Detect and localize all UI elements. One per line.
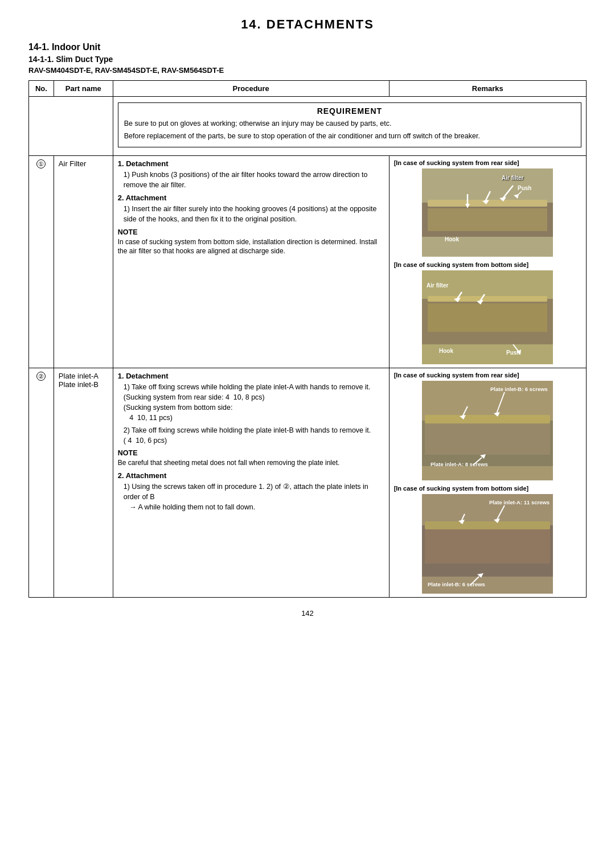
table-row: ① Air Filter 1. Detachment 1) Push knobs… <box>29 156 587 368</box>
page-title: 14. DETACHMENTS <box>28 17 587 32</box>
attachment-heading-2: 2. Attachment <box>118 471 384 480</box>
svg-rect-3 <box>428 208 547 231</box>
detachment-heading-1: 1. Detachment <box>118 159 384 168</box>
header-no: No. <box>29 81 54 97</box>
svg-text:Air filter: Air filter <box>502 175 523 181</box>
requirement-row: REQUIREMENT Be sure to put on gloves at … <box>29 97 587 156</box>
row-remarks-2: [In case of sucking system from rear sid… <box>389 368 586 598</box>
svg-rect-31 <box>425 423 550 455</box>
detachment-step-2-2: 2) Take off fixing screws while holding … <box>118 425 384 446</box>
bottom-label-2: [In case of sucking system from bottom s… <box>394 485 581 492</box>
main-table: No. Part name Procedure Remarks REQUIREM… <box>28 80 587 598</box>
row-no-2: ② <box>29 368 54 598</box>
row-partname-2: Plate inlet-APlate inlet-B <box>54 368 113 598</box>
svg-rect-30 <box>425 415 550 423</box>
svg-rect-18 <box>428 303 547 332</box>
rear-diagram-2: Plate inlet-B: 6 screws Plate inlet-A: 8… <box>422 381 553 480</box>
section-title: 14-1. Indoor Unit <box>28 42 587 52</box>
row-procedure-2: 1. Detachment 1) Take off fixing screws … <box>113 368 389 598</box>
svg-rect-17 <box>428 296 547 302</box>
rear-label-2: [In case of sucking system from rear sid… <box>394 372 581 379</box>
circle-1: ① <box>36 159 46 168</box>
model-line: RAV-SM404SDT-E, RAV-SM454SDT-E, RAV-SM56… <box>28 66 587 75</box>
table-row: ② Plate inlet-APlate inlet-B 1. Detachme… <box>29 368 587 598</box>
requirement-line-1: Be sure to put on gloves at working; oth… <box>124 119 575 129</box>
svg-text:Push: Push <box>518 185 531 191</box>
row-no-1: ① <box>29 156 54 368</box>
note-heading-1: NOTE <box>118 228 384 236</box>
attachment-heading-1: 2. Attachment <box>118 194 384 202</box>
subsection-title: 14-1-1. Slim Duct Type <box>28 55 587 64</box>
requirement-box: REQUIREMENT Be sure to put on gloves at … <box>118 102 581 147</box>
svg-text:Hook: Hook <box>445 236 459 242</box>
svg-rect-42 <box>425 521 550 529</box>
svg-text:Plate inlet-B: 6 screws: Plate inlet-B: 6 screws <box>490 386 548 392</box>
requirement-title: REQUIREMENT <box>124 106 575 116</box>
attachment-text-1: 1) Insert the air filter surely into the… <box>118 204 384 224</box>
rear-diagram-1: Air filter Push Hook <box>422 168 553 257</box>
row-remarks-1: [In case of sucking system from rear sid… <box>389 156 586 368</box>
note-text-1: In case of sucking system from bottom si… <box>118 237 384 257</box>
svg-text:Plate inlet-A: 8 screws: Plate inlet-A: 8 screws <box>430 461 488 467</box>
requirement-line-2: Before replacement of the parts, be sure… <box>124 131 575 142</box>
detachment-heading-2: 1. Detachment <box>118 372 384 380</box>
svg-text:Plate inlet-A: 11 screws: Plate inlet-A: 11 screws <box>489 499 550 505</box>
attachment-text-2: 1) Using the screws taken off in procedu… <box>118 482 384 512</box>
rear-label-1: [In case of sucking system from rear sid… <box>394 159 581 166</box>
row-procedure-1: 1. Detachment 1) Push knobs (3 positions… <box>113 156 389 368</box>
header-remarks: Remarks <box>389 81 586 97</box>
svg-text:Plate inlet-B: 6 screws: Plate inlet-B: 6 screws <box>428 581 485 587</box>
bottom-diagram-2: Plate inlet-A: 11 screws Plate inlet-B: … <box>422 494 553 594</box>
bottom-diagram-1: Air filter Hook Push <box>422 270 553 364</box>
note-heading-2: NOTE <box>118 449 384 457</box>
page-number: 142 <box>28 609 587 618</box>
detachment-text-1: 1) Push knobs (3 positions) of the air f… <box>118 170 384 190</box>
detachment-step-2-1: 1) Take off fixing screws while holding … <box>118 382 384 423</box>
header-procedure: Procedure <box>113 81 389 97</box>
row-partname-1: Air Filter <box>54 156 113 368</box>
svg-text:Hook: Hook <box>439 348 453 354</box>
bottom-label-1: [In case of sucking system from bottom s… <box>394 261 581 268</box>
svg-rect-43 <box>425 529 550 563</box>
note-text-2: Be careful that sheeting metal does not … <box>118 458 384 468</box>
header-partname: Part name <box>54 81 113 97</box>
svg-text:Air filter: Air filter <box>427 282 448 289</box>
circle-2: ② <box>36 372 46 381</box>
